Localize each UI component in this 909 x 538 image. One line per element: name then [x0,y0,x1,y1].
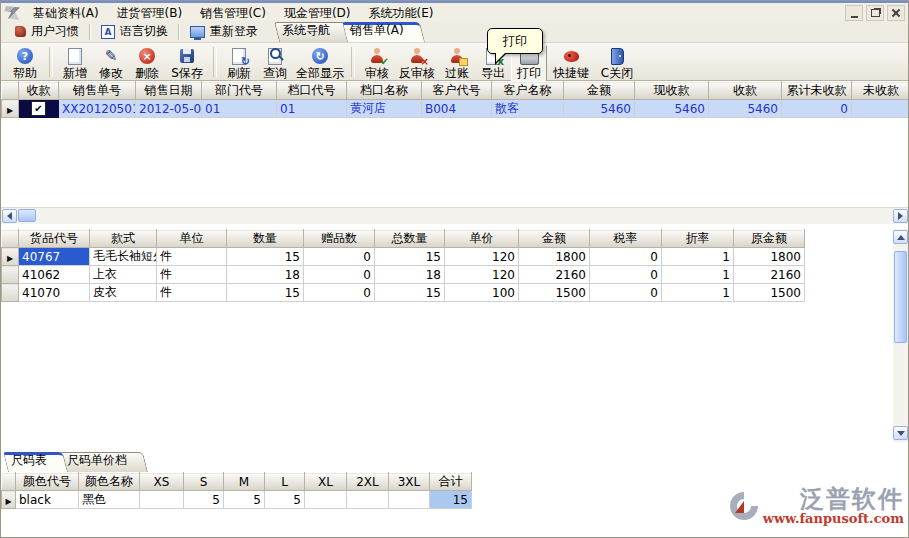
cell-unit[interactable]: 件 [157,284,227,302]
cell-xs[interactable] [140,491,184,509]
cell-unit-price[interactable]: 100 [445,284,519,302]
column-header-stall-code[interactable]: 档口代号 [277,82,347,100]
column-header-s[interactable]: S [184,473,224,491]
column-header-item-code[interactable]: 货品代号 [19,230,90,248]
tab-system-navigation[interactable]: 系统导航 [274,22,346,42]
cell-tax-rate[interactable]: 0 [590,284,662,302]
column-header-original-amount[interactable]: 原金额 [734,230,805,248]
tab-size-table[interactable]: 尺码表 [3,452,63,472]
cell-unit[interactable]: 件 [157,248,227,266]
cell-unit[interactable]: 件 [157,266,227,284]
cell-color-name[interactable]: 黑色 [79,491,140,509]
row-selector-cell[interactable] [2,284,19,302]
cell-discount-rate[interactable]: 1 [662,284,734,302]
cell-qty[interactable]: 15 [227,284,304,302]
cell-gift-qty[interactable]: 0 [304,266,375,284]
restore-button[interactable] [866,5,884,21]
post-button[interactable]: 过账 [439,45,475,82]
column-header-cash-received[interactable]: 现收款 [635,82,709,100]
cell-color-code[interactable]: black [16,491,79,509]
tab-sales-order[interactable]: 销售单(A) [342,22,420,42]
scroll-left-button[interactable] [2,209,17,223]
audit-button[interactable]: ✔ 审核 [359,45,395,82]
tab-size-price-file[interactable]: 尺码单价档 [59,452,143,472]
cell-stall-name[interactable]: 黄河店 [347,100,422,118]
column-header-unit-price[interactable]: 单价 [445,230,519,248]
payment-checkbox-cell[interactable]: ✔ [19,100,59,118]
cell-item-code[interactable]: 40767 [19,248,90,266]
cell-discount-rate[interactable]: 1 [662,266,734,284]
column-header-unit[interactable]: 单位 [157,230,227,248]
column-header-qty[interactable]: 数量 [227,230,304,248]
cell-unit-price[interactable]: 120 [445,266,519,284]
close-window-button[interactable] [887,5,905,21]
horizontal-scrollbar[interactable] [1,207,909,224]
cell-3xl[interactable] [389,491,430,509]
refresh-button[interactable]: ↻ 刷新 [221,45,257,82]
column-header-sales-date[interactable]: 销售日期 [136,82,202,100]
cell-item-code[interactable]: 41062 [19,266,90,284]
row-selector-cell[interactable]: ▶ [2,100,19,118]
unaudit-button[interactable]: × 反审核 [395,45,439,82]
cell-total-unpaid[interactable]: 0 [782,100,852,118]
cell-amount[interactable]: 1800 [519,248,590,266]
cell-s[interactable]: 5 [184,491,224,509]
delete-button[interactable]: × 删除 [129,45,165,82]
column-header-gift-qty[interactable]: 赠品数 [304,230,375,248]
scroll-right-button[interactable] [893,209,908,223]
user-habit-button[interactable]: 用户习惯 [7,22,87,41]
cell-tax-rate[interactable]: 0 [590,266,662,284]
cell-stall-code[interactable]: 01 [277,100,347,118]
cell-sales-date[interactable]: 2012-05-07 [136,100,202,118]
close-button[interactable]: C关闭 [595,45,639,82]
cell-original-amount[interactable]: 2160 [734,266,805,284]
cell-m[interactable]: 5 [224,491,265,509]
column-header-total-unpaid[interactable]: 累计未收款 [782,82,852,100]
scroll-down-button[interactable] [893,426,908,440]
help-button[interactable]: ? 帮助 [5,45,45,82]
column-header-tax-rate[interactable]: 税率 [590,230,662,248]
cell-qty[interactable]: 15 [227,248,304,266]
hotkey-button[interactable]: 快捷键 [547,45,595,82]
column-header-discount-rate[interactable]: 折率 [662,230,734,248]
show-all-button[interactable]: ↻ 全部显示 [293,45,347,82]
column-header-style[interactable]: 款式 [90,230,157,248]
cell-amount[interactable]: 2160 [519,266,590,284]
column-header-total-qty[interactable]: 总数量 [375,230,445,248]
vertical-scroll-thumb[interactable] [894,251,907,343]
cell-original-amount[interactable]: 1500 [734,284,805,302]
column-header-amount[interactable]: 金额 [564,82,635,100]
column-header-2xl[interactable]: 2XL [347,473,389,491]
cell-qty[interactable]: 18 [227,266,304,284]
cell-total-qty[interactable]: 15 [375,284,445,302]
cell-style[interactable]: 上衣 [90,266,157,284]
cell-total[interactable]: 15 [430,491,472,509]
cell-original-amount[interactable]: 1800 [734,248,805,266]
row-selector-cell[interactable]: ▶ [2,491,16,509]
column-header-sales-no[interactable]: 销售单号 [59,82,136,100]
column-header-received[interactable]: 收款 [709,82,782,100]
cell-total-qty[interactable]: 18 [375,266,445,284]
edit-button[interactable]: ✎ 修改 [93,45,129,82]
column-header-color-code[interactable]: 颜色代号 [16,473,79,491]
column-header-unpaid[interactable]: 未收款 [852,82,909,100]
horizontal-scroll-thumb[interactable] [18,209,36,222]
minimize-button[interactable] [845,5,863,21]
column-header-xl[interactable]: XL [305,473,347,491]
column-header-total[interactable]: 合计 [430,473,472,491]
cell-total-qty[interactable]: 15 [375,248,445,266]
cell-tax-rate[interactable]: 0 [590,248,662,266]
column-header-stall-name[interactable]: 档口名称 [347,82,422,100]
column-header-l[interactable]: L [265,473,305,491]
cell-amount[interactable]: 1500 [519,284,590,302]
new-button[interactable]: 新增 [57,45,93,82]
cell-received[interactable]: 5460 [709,100,782,118]
cell-gift-qty[interactable]: 0 [304,248,375,266]
cell-amount[interactable]: 5460 [564,100,635,118]
cell-unpaid[interactable] [852,100,909,118]
column-header-amount[interactable]: 金额 [519,230,590,248]
column-header-customer-code[interactable]: 客户代号 [422,82,492,100]
cell-l[interactable]: 5 [265,491,305,509]
cell-xl[interactable] [305,491,347,509]
cell-style[interactable]: 毛毛长袖短外套 [90,248,157,266]
